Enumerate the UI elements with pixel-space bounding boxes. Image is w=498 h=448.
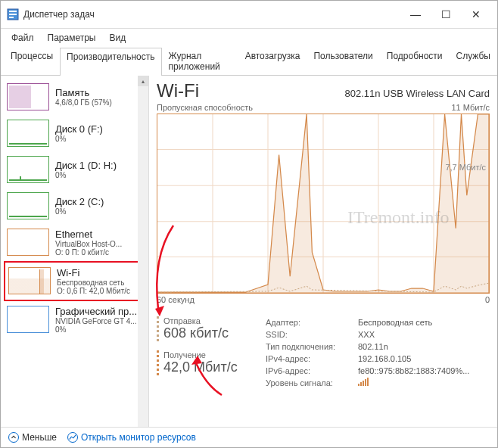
info-ssid-val: XXX xyxy=(358,330,375,339)
svg-rect-1 xyxy=(9,11,17,12)
sidebar-item-sub2: О: 0,6 П: 42,0 Мбит/с xyxy=(57,287,130,295)
sidebar-item-label: Диск 1 (D: H:) xyxy=(55,160,117,171)
chart-xlabel: 60 секунд xyxy=(157,295,195,304)
disk-thumb xyxy=(7,156,49,183)
sidebar-item-sub: Беспроводная сеть xyxy=(57,278,130,287)
sidebar-item-disk2[interactable]: Диск 2 (C:) 0% xyxy=(4,188,147,224)
svg-rect-2 xyxy=(9,14,17,15)
info-ipv6-val: fe80::975:8b82:1883:7409%... xyxy=(358,366,469,375)
resource-monitor-label: Открыть монитор ресурсов xyxy=(81,432,196,443)
tab-services[interactable]: Службы xyxy=(450,47,497,75)
less-label: Меньше xyxy=(22,432,57,443)
wifi-thumb xyxy=(8,267,51,294)
tab-details[interactable]: Подробности xyxy=(380,47,450,75)
info-ssid-key: SSID: xyxy=(266,330,358,339)
menu-view[interactable]: Вид xyxy=(103,30,132,45)
sidebar-item-label: Графический пр... xyxy=(55,306,137,317)
sidebar-item-label: Память xyxy=(55,87,112,98)
info-signal-key: Уровень сигнала: xyxy=(266,378,358,387)
send-value: 608 кбит/с xyxy=(163,325,255,341)
sidebar-item-sub: 4,6/8,0 ГБ (57%) xyxy=(55,98,112,107)
chart-label: Пропускная способность xyxy=(157,103,253,112)
tab-processes[interactable]: Процессы xyxy=(4,47,60,75)
sidebar-item-sub: NVIDIA GeForce GT 4... xyxy=(55,317,137,325)
sidebar-item-label: Диск 2 (C:) xyxy=(55,196,104,207)
maximize-button[interactable]: ☐ xyxy=(431,5,461,23)
menu-options[interactable]: Параметры xyxy=(42,30,102,45)
sidebar-item-sub2: О: 0 П: 0 кбит/с xyxy=(55,248,122,257)
memory-thumb xyxy=(7,83,49,110)
sidebar-item-label: Диск 0 (F:) xyxy=(55,123,103,135)
chevron-up-icon xyxy=(8,432,19,443)
sidebar-item-memory[interactable]: Память 4,6/8,0 ГБ (57%) xyxy=(4,79,147,115)
tab-users[interactable]: Пользователи xyxy=(307,47,379,75)
window-title: Диспетчер задач xyxy=(23,9,400,20)
info-ipv6-key: IPv6-адрес: xyxy=(266,366,358,375)
footer: Меньше Открыть монитор ресурсов xyxy=(1,427,497,447)
chart-zero: 0 xyxy=(485,295,490,304)
svg-rect-3 xyxy=(9,17,14,18)
menu-file[interactable]: Файл xyxy=(5,30,40,45)
sidebar-item-ethernet[interactable]: Ethernet VirtualBox Host-O... О: 0 П: 0 … xyxy=(4,224,147,261)
info-conntype-val: 802.11n xyxy=(358,342,388,351)
main-panel: Wi-Fi 802.11n USB Wireless LAN Card Проп… xyxy=(149,76,497,427)
content: Память 4,6/8,0 ГБ (57%) Диск 0 (F:) 0% Д… xyxy=(1,76,497,427)
stat-send: Отправка 608 кбит/с xyxy=(157,316,255,341)
adapter-name: 802.11n USB Wireless LAN Card xyxy=(345,88,490,99)
resource-monitor-icon xyxy=(67,432,78,443)
minimize-button[interactable]: — xyxy=(400,5,431,23)
svg-marker-13 xyxy=(155,306,164,316)
sidebar-scrollbar[interactable]: ▴ xyxy=(138,76,148,427)
less-button[interactable]: Меньше xyxy=(8,432,57,443)
sidebar-item-label: Wi-Fi xyxy=(57,267,130,278)
info-conntype-key: Тип подключения: xyxy=(266,342,358,351)
recv-label: Получение xyxy=(163,350,255,359)
sidebar-item-disk0[interactable]: Диск 0 (F:) 0% xyxy=(4,115,147,151)
chart-ymax: 11 Мбит/с xyxy=(452,103,490,112)
sidebar: Память 4,6/8,0 ГБ (57%) Диск 0 (F:) 0% Д… xyxy=(1,76,149,427)
disk-thumb xyxy=(7,120,49,147)
info-adapter-val: Беспроводная сеть xyxy=(358,318,432,327)
gpu-thumb xyxy=(7,306,49,333)
titlebar: Диспетчер задач — ☐ ✕ xyxy=(1,1,497,29)
menubar: Файл Параметры Вид xyxy=(1,29,497,47)
scroll-up-icon[interactable]: ▴ xyxy=(138,76,148,86)
throughput-chart: 7,7 Мбит/с xyxy=(157,114,490,294)
sidebar-item-sub: 0% xyxy=(55,135,103,143)
disk-thumb xyxy=(7,192,49,219)
sidebar-item-sub2: 0% xyxy=(55,325,137,334)
tab-performance[interactable]: Производительность xyxy=(60,48,161,76)
sidebar-item-sub: 0% xyxy=(55,171,117,179)
ethernet-thumb xyxy=(7,229,49,256)
taskmgr-icon xyxy=(7,8,19,20)
page-title: Wi-Fi xyxy=(157,80,199,101)
info-ipv4-key: IPv4-адрес: xyxy=(266,354,358,363)
recv-value: 42,0 Мбит/с xyxy=(163,359,255,375)
signal-icon xyxy=(358,378,369,386)
send-label: Отправка xyxy=(163,316,255,325)
info-adapter-key: Адаптер: xyxy=(266,318,358,327)
tab-apphistory[interactable]: Журнал приложений xyxy=(162,47,238,75)
tabs: Процессы Производительность Журнал прило… xyxy=(1,47,497,76)
chart-midlabel: 7,7 Мбит/с xyxy=(445,163,486,172)
open-resource-monitor-link[interactable]: Открыть монитор ресурсов xyxy=(67,432,196,443)
info-ipv4-val: 192.168.0.105 xyxy=(358,354,411,363)
sidebar-item-sub: VirtualBox Host-O... xyxy=(55,240,122,248)
stat-recv: Получение 42,0 Мбит/с xyxy=(157,350,255,375)
sidebar-item-wifi[interactable]: Wi-Fi Беспроводная сеть О: 0,6 П: 42,0 М… xyxy=(4,261,147,301)
sidebar-item-disk1[interactable]: Диск 1 (D: H:) 0% xyxy=(4,151,147,188)
close-button[interactable]: ✕ xyxy=(461,5,491,23)
sidebar-item-gpu[interactable]: Графический пр... NVIDIA GeForce GT 4...… xyxy=(4,301,147,338)
sidebar-item-label: Ethernet xyxy=(55,229,122,240)
sidebar-item-sub: 0% xyxy=(55,207,104,216)
tab-startup[interactable]: Автозагрузка xyxy=(238,47,307,75)
